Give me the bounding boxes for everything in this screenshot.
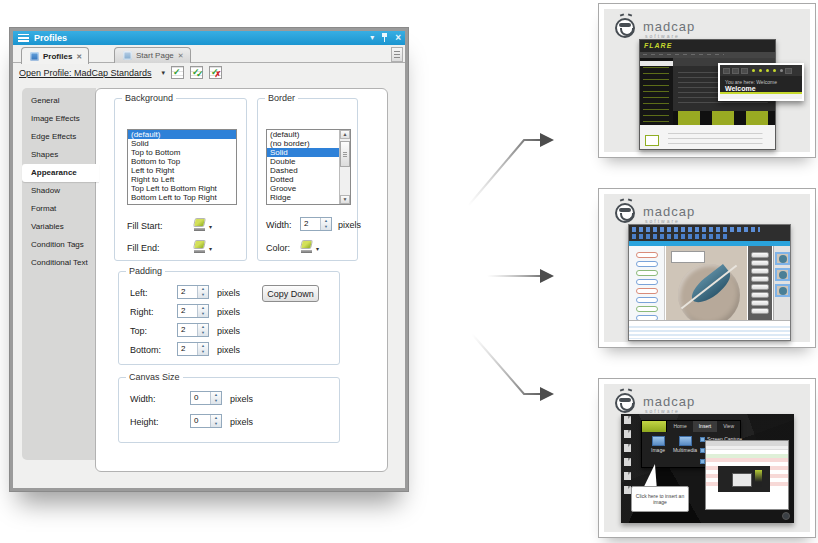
save-all-profiles-button[interactable]: ✓ ✓ <box>190 66 203 79</box>
background-style-listbox[interactable]: (default) Solid Top to Bottom Bottom to … <box>127 129 237 205</box>
menu-icon[interactable] <box>18 34 29 42</box>
padding-right-stepper[interactable]: 2 ▲▼ <box>177 304 209 318</box>
open-profile-caret-icon[interactable]: ▾ <box>162 69 166 77</box>
sidebar-item-shadow[interactable]: Shadow <box>22 182 96 200</box>
tab-list-button[interactable] <box>391 47 403 62</box>
padding-left-value: 2 <box>181 287 185 296</box>
stepper-arrows[interactable]: ▲▼ <box>210 415 221 427</box>
stepper-down-icon[interactable]: ▼ <box>198 330 208 336</box>
border-color-picker[interactable] <box>300 241 313 253</box>
border-width-unit: pixels <box>338 220 361 230</box>
preview-card-editor: madcap software <box>598 188 816 348</box>
delete-profile-button[interactable]: ✓ ✗ <box>209 66 222 79</box>
product-media-box <box>718 466 770 492</box>
mini-button <box>751 260 769 266</box>
border-color-caret-icon[interactable]: ▾ <box>316 245 319 252</box>
list-item[interactable]: Right to Left <box>128 175 236 184</box>
list-item[interactable]: Dotted <box>267 175 350 184</box>
scroll-up-icon[interactable]: ▲ <box>340 130 350 139</box>
list-item[interactable]: Solid <box>128 139 236 148</box>
stepper-arrows[interactable]: ▲▼ <box>210 392 221 404</box>
tab-start-page-label: Start Page <box>136 51 174 60</box>
thumbnail <box>775 252 790 265</box>
canvas-size-group-title: Canvas Size <box>126 372 183 382</box>
open-profile-link[interactable]: Open Profile: MadCap Standards <box>19 68 152 78</box>
border-width-label: Width: <box>266 220 292 230</box>
stepper-down-icon[interactable]: ▼ <box>321 224 331 230</box>
stepper-arrows[interactable]: ▲▼ <box>197 305 208 317</box>
sidebar-item-image-effects[interactable]: Image Effects <box>22 110 96 128</box>
list-item[interactable]: Dashed <box>267 166 350 175</box>
stepper-arrows[interactable]: ▲▼ <box>197 324 208 336</box>
thumbnail <box>775 268 790 281</box>
preview-card-flare: madcap software FLARE <box>598 3 816 158</box>
list-item[interactable]: (default) <box>267 130 350 139</box>
close-icon[interactable]: × <box>395 33 401 43</box>
pin-icon[interactable] <box>381 33 388 43</box>
green-dot-icon <box>752 69 755 72</box>
padding-left-stepper[interactable]: 2 ▲▼ <box>177 285 209 299</box>
tab-profiles[interactable]: Profiles ✕ <box>21 47 89 64</box>
canvas-width-stepper[interactable]: 0 ▲▼ <box>190 391 222 405</box>
editor-body <box>629 246 790 320</box>
canvas-width-value: 0 <box>194 393 198 402</box>
check-icon: ✓ <box>173 67 181 77</box>
window-menu-caret-icon[interactable]: ▾ <box>370 34 374 42</box>
list-item[interactable]: Solid <box>267 148 350 157</box>
fill-start-caret-icon[interactable]: ▾ <box>209 223 212 230</box>
sidebar-item-shapes[interactable]: Shapes <box>22 146 96 164</box>
tab-start-page[interactable]: Start Page ✕ <box>114 47 191 63</box>
list-item[interactable]: Groove <box>267 184 350 193</box>
flare-link-band <box>673 111 775 125</box>
canvas-height-stepper[interactable]: 0 ▲▼ <box>190 414 222 428</box>
padding-bottom-stepper[interactable]: 2 ▲▼ <box>177 342 209 356</box>
list-item[interactable]: Top Left to Bottom Right <box>128 184 236 193</box>
stepper-arrows[interactable]: ▲▼ <box>197 286 208 298</box>
stepper-down-icon[interactable]: ▼ <box>211 398 221 404</box>
start-page-tab-icon <box>123 51 132 60</box>
list-item[interactable]: (default) <box>128 130 236 139</box>
list-item[interactable]: Ridge <box>267 193 350 202</box>
scroll-down-icon[interactable]: ▼ <box>340 195 350 204</box>
padding-top-stepper[interactable]: 2 ▲▼ <box>177 323 209 337</box>
list-item[interactable]: Double <box>267 157 350 166</box>
stepper-down-icon[interactable]: ▼ <box>198 311 208 317</box>
shape-pill <box>636 297 658 303</box>
sidebar-item-variables[interactable]: Variables <box>22 218 96 236</box>
border-list-scrollbar[interactable]: ▲ ▼ <box>339 130 350 204</box>
tab-start-page-close-icon[interactable]: ✕ <box>178 52 184 59</box>
fill-end-caret-icon[interactable]: ▾ <box>209 245 212 252</box>
page: Profiles ▾ × Profiles ✕ Start Page ✕ Ope… <box>0 0 818 543</box>
ribbon-item-image-label: Image <box>651 447 665 453</box>
save-profile-button[interactable]: ✓ <box>171 66 184 79</box>
stepper-arrows[interactable]: ▲▼ <box>197 343 208 355</box>
list-item[interactable]: Left to Right <box>128 166 236 175</box>
stepper-down-icon[interactable]: ▼ <box>211 421 221 427</box>
border-width-stepper[interactable]: 2 ▲ ▼ <box>300 217 332 231</box>
sidebar-item-appearance[interactable]: Appearance <box>22 164 99 182</box>
sidebar-item-conditional-text[interactable]: Conditional Text <box>22 254 96 272</box>
background-group: Background (default) Solid Top to Bottom… <box>114 98 247 261</box>
padding-top-unit: pixels <box>217 326 240 336</box>
editor-toolbar <box>629 225 790 241</box>
list-item[interactable]: Bottom to Top <box>128 157 236 166</box>
sidebar-item-general[interactable]: General <box>22 92 96 110</box>
copy-down-button[interactable]: Copy Down <box>262 285 319 302</box>
ribbon-tab-view: View <box>717 421 740 432</box>
list-item[interactable]: Bottom Left to Top Right <box>128 193 236 202</box>
list-item[interactable]: (no border) <box>267 139 350 148</box>
fill-start-color-picker[interactable] <box>193 219 206 231</box>
capture-app-button <box>642 421 667 432</box>
stepper-down-icon[interactable]: ▼ <box>198 292 208 298</box>
list-item[interactable]: Top to Bottom <box>128 148 236 157</box>
stepper-down-icon[interactable]: ▼ <box>198 349 208 355</box>
scrollbar-thumb[interactable] <box>340 141 350 167</box>
window-titlebar[interactable]: Profiles ▾ × <box>13 31 405 45</box>
stepper-arrows[interactable]: ▲ ▼ <box>320 218 331 230</box>
tab-profiles-close-icon[interactable]: ✕ <box>76 53 82 60</box>
border-style-listbox[interactable]: (default) (no border) Solid Double Dashe… <box>266 129 351 205</box>
sidebar-item-edge-effects[interactable]: Edge Effects <box>22 128 96 146</box>
fill-end-color-picker[interactable] <box>193 241 206 253</box>
sidebar-item-condition-tags[interactable]: Condition Tags <box>22 236 96 254</box>
sidebar-item-format[interactable]: Format <box>22 200 96 218</box>
